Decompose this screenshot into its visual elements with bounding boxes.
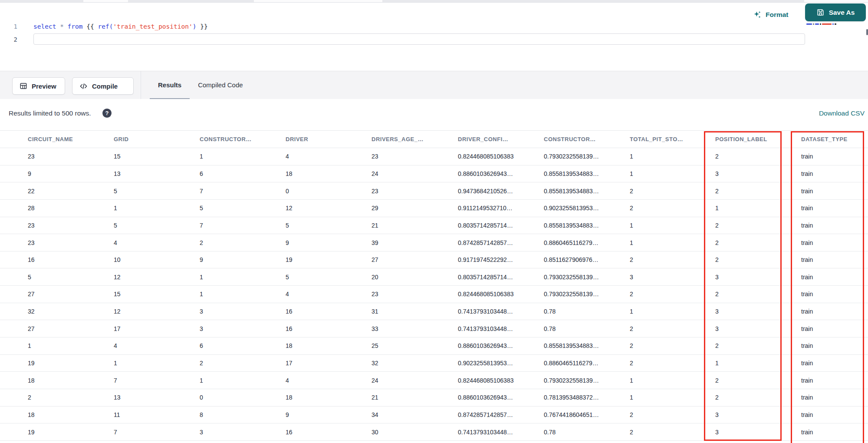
table-cell: 1: [630, 222, 715, 229]
table-cell: train: [801, 239, 868, 246]
table-cell: 6: [200, 342, 286, 349]
table-cell: train: [801, 274, 868, 281]
table-cell: 0.8558139534883…: [544, 170, 630, 177]
table-cell: 31: [372, 308, 458, 315]
table-cell: 5: [114, 222, 200, 229]
table-cell: 32: [28, 308, 114, 315]
table-cell: 0.78: [544, 308, 630, 315]
table-cell: 19: [28, 429, 114, 436]
table-cell: 3: [715, 308, 801, 315]
table-cell: 0.7930232558139…: [544, 153, 630, 160]
table-cell: 0.7413793103448…: [458, 308, 544, 315]
table-cell: 0.8860103626943…: [458, 170, 544, 177]
cursor-line-box[interactable]: [33, 33, 805, 45]
compile-button[interactable]: Compile: [72, 77, 134, 95]
table-cell: train: [801, 429, 868, 436]
results-table: CIRCUIT_NAMEGRIDCONSTRUCTOR…DRIVERDRIVER…: [0, 130, 868, 443]
tab-compiled-code[interactable]: Compiled Code: [190, 71, 251, 99]
table-cell: 27: [28, 325, 114, 332]
code-line[interactable]: select * from {{ ref('train_test_positio…: [33, 20, 208, 33]
table-cell: train: [801, 308, 868, 315]
table-cell: 2: [630, 342, 715, 349]
table-cell: 21: [372, 394, 458, 401]
table-cell: 0.8558139534883…: [544, 342, 630, 349]
table-cell: 4: [286, 291, 372, 298]
table-cell: 3: [715, 429, 801, 436]
table-cell: 32: [372, 360, 458, 367]
help-icon[interactable]: ?: [102, 109, 112, 118]
table-cell: 23: [372, 188, 458, 195]
table-cell: 1: [630, 377, 715, 384]
table-cell: 0.824468085106383: [458, 153, 544, 160]
compile-label: Compile: [92, 83, 118, 90]
table-cell: 1: [630, 239, 715, 246]
table-cell: 0.9023255813953…: [458, 360, 544, 367]
table-cell: 2: [715, 342, 801, 349]
table-cell: 5: [286, 222, 372, 229]
line-number: 1: [0, 20, 17, 33]
table-cell: 23: [372, 153, 458, 160]
table-cell: 0: [286, 188, 372, 195]
table-cell: 9: [28, 170, 114, 177]
table-cell: 7: [114, 377, 200, 384]
table-cell: 2: [715, 394, 801, 401]
table-cell: 12: [114, 274, 200, 281]
file-tab-partial[interactable]: [83, 0, 128, 2]
table-cell: 3: [200, 308, 286, 315]
table-cell: train: [801, 256, 868, 263]
table-cell: 0.7413793103448…: [458, 325, 544, 332]
table-cell: 1: [715, 360, 801, 367]
table-row: 231514230.8244680851063830.7930232558139…: [0, 148, 868, 165]
table-cell: train: [801, 205, 868, 212]
table-cell: 13: [114, 170, 200, 177]
table-cell: 2: [200, 360, 286, 367]
table-cell: 1: [28, 342, 114, 349]
table-cell: 30: [372, 429, 458, 436]
table-row: 22570230.9473684210526…0.8558139534883…2…: [0, 182, 868, 200]
table-cell: 1: [114, 360, 200, 367]
table-cell: 2: [630, 429, 715, 436]
column-header: CIRCUIT_NAME: [28, 136, 114, 142]
table-icon: [20, 82, 27, 90]
table-row: 18714240.8244680851063830.7930232558139……: [0, 372, 868, 389]
preview-button[interactable]: Preview: [12, 77, 65, 95]
sql-editor[interactable]: 12 select * from {{ ref('train_test_posi…: [0, 3, 868, 71]
table-cell: 24: [372, 170, 458, 177]
format-label: Format: [766, 11, 789, 19]
table-cell: 7: [200, 188, 286, 195]
table-cell: 5: [28, 274, 114, 281]
table-cell: 0.8860465116279…: [544, 239, 630, 246]
column-header: CONSTRUCTOR…: [544, 136, 630, 142]
editor-scrollbar-thumb[interactable]: [866, 29, 868, 35]
file-tab-partial[interactable]: [804, 0, 868, 2]
tab-results[interactable]: Results: [150, 71, 190, 99]
save-as-button[interactable]: Save As: [805, 3, 866, 21]
table-cell: 7: [114, 429, 200, 436]
table-cell: 18: [286, 394, 372, 401]
table-cell: 2: [630, 256, 715, 263]
download-csv-link[interactable]: Download CSV: [819, 109, 865, 117]
table-cell: 0.824468085106383: [458, 291, 544, 298]
save-icon: [816, 8, 825, 17]
table-cell: 0.78: [544, 325, 630, 332]
table-cell: 0.8742857142857…: [458, 411, 544, 418]
sparkle-icon: [753, 10, 762, 19]
table-cell: 18: [286, 170, 372, 177]
table-cell: 17: [114, 325, 200, 332]
table-cell: 2: [715, 291, 801, 298]
table-cell: 8: [200, 411, 286, 418]
results-tabs: ResultsCompiled Code: [150, 71, 251, 99]
table-cell: 3: [715, 411, 801, 418]
table-cell: 0.8742857142857…: [458, 239, 544, 246]
table-cell: 2: [28, 394, 114, 401]
table-cell: 0.7930232558139…: [544, 291, 630, 298]
editor-minimap[interactable]: [806, 23, 836, 25]
table-cell: 2: [630, 205, 715, 212]
format-button[interactable]: Format: [753, 7, 789, 23]
table-cell: 1: [715, 205, 801, 212]
results-limit-bar: Results limited to 500 rows. ? Download …: [0, 99, 868, 130]
table-cell: 2: [630, 291, 715, 298]
table-row: 213018210.8860103626943…0.7813953488372……: [0, 389, 868, 407]
table-cell: 3: [200, 325, 286, 332]
file-tab-partial[interactable]: [254, 0, 382, 2]
